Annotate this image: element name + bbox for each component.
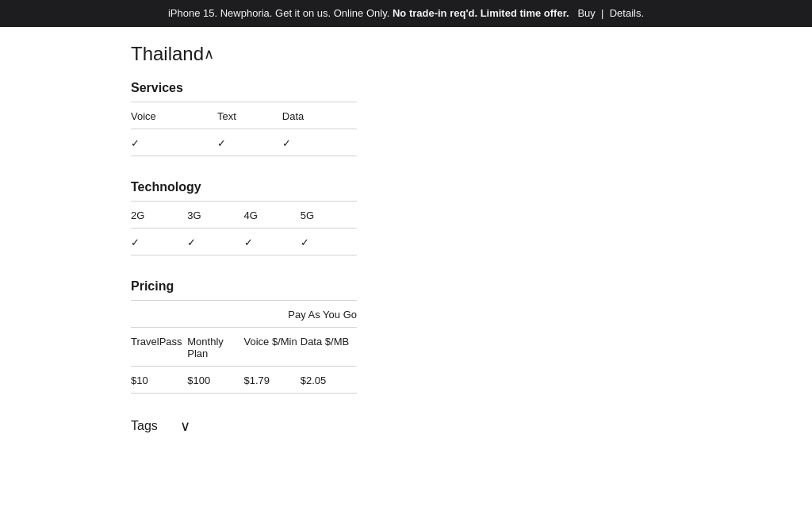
pricing-data-value: $2.05 (301, 367, 357, 393)
pricing-section: Pricing Pay As You Go TravelPass Monthly… (131, 279, 357, 394)
pricing-title: Pricing (131, 279, 357, 301)
services-data-header: Data (282, 102, 357, 129)
pricing-monthly-value: $100 (187, 367, 243, 393)
services-title: Services (131, 81, 357, 102)
pricing-travelpass-header: TravelPass (131, 328, 187, 366)
pricing-values-row: $10 $100 $1.79 $2.05 (131, 367, 357, 394)
pricing-sub-header: TravelPass Monthly Plan Voice $/Min Data… (131, 328, 357, 367)
services-value-row: ✓ ✓ ✓ (131, 129, 357, 156)
pricing-monthly-header: Monthly Plan (187, 328, 243, 366)
pricing-voice-header: Voice $/Min (244, 328, 301, 366)
banner-details-link[interactable]: Details. (610, 7, 644, 19)
banner-normal-text: iPhone 15. Newphoria. Get it on us. Onli… (168, 7, 393, 19)
technology-header-row: 2G 3G 4G 5G (131, 202, 357, 229)
tags-expand-chevron-icon[interactable]: ∨ (180, 417, 190, 435)
top-banner: iPhone 15. Newphoria. Get it on us. Onli… (0, 0, 812, 27)
banner-separator: | (601, 7, 603, 19)
pricing-data-header: Data $/MB (301, 328, 357, 366)
collapse-chevron-icon[interactable]: ∧ (204, 45, 214, 63)
technology-value-row: ✓ ✓ ✓ ✓ (131, 229, 357, 255)
banner-text: iPhone 15. Newphoria. Get it on us. Onli… (168, 7, 644, 19)
tech-2g-check: ✓ (131, 229, 187, 255)
services-data-check: ✓ (282, 129, 357, 156)
tags-section: Tags ∨ (131, 417, 555, 435)
services-header-row: Voice Text Data (131, 102, 357, 129)
banner-buy-link[interactable]: Buy (577, 7, 595, 19)
tech-4g-check: ✓ (244, 229, 301, 255)
services-text-header: Text (217, 102, 282, 129)
services-table: Voice Text Data ✓ ✓ ✓ (131, 102, 357, 156)
banner-bold-text: No trade-in req'd. Limited time offer. (393, 7, 569, 19)
services-voice-header: Voice (131, 102, 217, 129)
technology-section: Technology 2G 3G 4G 5G ✓ ✓ ✓ ✓ (131, 180, 357, 255)
tech-5g-header: 5G (301, 202, 357, 228)
technology-title: Technology (131, 180, 357, 202)
tech-5g-check: ✓ (301, 229, 357, 255)
services-section: Services Voice Text Data ✓ ✓ ✓ (131, 81, 357, 156)
services-text-check: ✓ (217, 129, 282, 156)
country-header: Thailand ∧ (131, 43, 555, 65)
pricing-travelpass-value: $10 (131, 367, 187, 393)
tech-2g-header: 2G (131, 202, 187, 228)
tags-title: Tags (131, 419, 158, 433)
tech-4g-header: 4G (244, 202, 301, 228)
country-title: Thailand (131, 43, 204, 65)
pricing-voice-value: $1.79 (244, 367, 301, 393)
main-content: Thailand ∧ Services Voice Text Data ✓ ✓ … (0, 27, 555, 451)
tech-3g-check: ✓ (187, 229, 243, 255)
payg-header: Pay As You Go (131, 301, 357, 328)
services-voice-check: ✓ (131, 129, 217, 156)
tech-3g-header: 3G (187, 202, 243, 228)
